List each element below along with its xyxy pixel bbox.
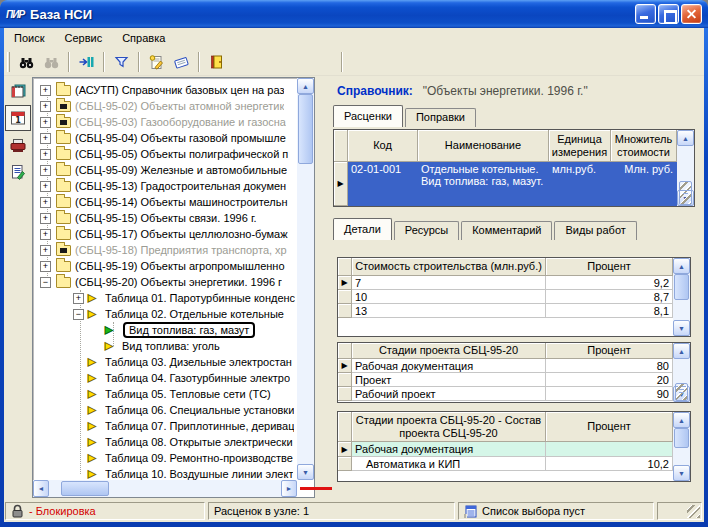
- scroll-down-icon[interactable]: ▼: [297, 464, 314, 480]
- menu-item-spravka[interactable]: Справка: [112, 29, 175, 47]
- tab-kommentariy[interactable]: Комментарий: [461, 221, 552, 240]
- column-header-unit[interactable]: Единица измерения: [549, 130, 611, 162]
- expand-plus-icon[interactable]: +: [40, 213, 51, 224]
- filter-funnel-icon[interactable]: [109, 50, 134, 74]
- title-bar[interactable]: ПИР База НСИ: [0, 0, 708, 28]
- column-header-name[interactable]: Наименование: [418, 130, 549, 162]
- scroll-thumb[interactable]: [674, 428, 689, 448]
- tree-item[interactable]: +(СБЦ-95-04) Объекты газовой промышле: [34, 130, 297, 146]
- toolbar-grip[interactable]: [7, 52, 10, 72]
- tab-popravki[interactable]: Поправки: [405, 108, 476, 127]
- edit-document-icon[interactable]: [5, 159, 31, 185]
- expand-plus-icon[interactable]: +: [40, 197, 51, 208]
- tree-item[interactable]: +(АСУТП) Справочник базовых цен на раз: [34, 82, 297, 98]
- tree-item[interactable]: +(СБЦ-95-09) Железные и автомобильные: [34, 162, 297, 178]
- expand-plus-icon[interactable]: +: [40, 149, 51, 160]
- expand-minus-icon[interactable]: −: [73, 309, 84, 320]
- tab-resursy[interactable]: Ресурсы: [394, 221, 459, 240]
- table-row[interactable]: 13 8,1: [338, 304, 673, 318]
- table-row[interactable]: 10 8,7: [338, 290, 673, 304]
- table-row[interactable]: Рабочий проект 90: [338, 387, 673, 401]
- cell-name[interactable]: Отдельные котельные.Вид топлива: газ, ма…: [418, 162, 549, 206]
- splitter-indicator[interactable]: [300, 487, 332, 490]
- expand-plus-icon[interactable]: +: [40, 133, 51, 144]
- cost-table-scrollbar[interactable]: ▲ ▼: [673, 258, 690, 336]
- cell-unit[interactable]: млн.руб.: [549, 162, 611, 206]
- expand-plus-icon[interactable]: +: [73, 293, 84, 304]
- expand-plus-icon[interactable]: +: [40, 117, 51, 128]
- cell-code[interactable]: 02-01-001: [348, 162, 418, 206]
- tree-item[interactable]: +(СБЦ-95-19) Объекты агропромышленно: [34, 258, 297, 274]
- tree-item[interactable]: −(СБЦ-95-20) Объекты энергетики. 1996 г: [34, 274, 297, 290]
- notebook-icon[interactable]: [5, 78, 31, 104]
- tree-item[interactable]: +(СБЦ-95-14) Объекты машиностроительн: [34, 194, 297, 210]
- tree-item[interactable]: +▶Таблица 01. Паротурбинные конденс: [34, 290, 297, 306]
- table-row[interactable]: Автоматика и КИП 10,2: [338, 457, 673, 471]
- scroll-up-icon[interactable]: ▲: [673, 412, 690, 428]
- tree-item[interactable]: +(СБЦ-95-05) Объекты полиграфической п: [34, 146, 297, 162]
- expand-plus-icon[interactable]: +: [40, 181, 51, 192]
- scroll-up-icon[interactable]: ▲: [673, 258, 690, 274]
- find-binoculars-icon[interactable]: [14, 50, 39, 74]
- tree-item[interactable]: +(СБЦ-95-18) Предприятия транспорта, хр: [34, 242, 297, 258]
- edit-notepad-icon[interactable]: [144, 50, 169, 74]
- book-icon[interactable]: [169, 50, 194, 74]
- exit-door-icon[interactable]: [204, 50, 229, 74]
- stage-table-scrollbar[interactable]: ▲ ▼: [673, 343, 690, 402]
- tree-item[interactable]: +(СБЦ-95-15) Объекты связи. 1996 г.: [34, 210, 297, 226]
- stage-col2-header[interactable]: Процент: [546, 343, 673, 359]
- scroll-thumb[interactable]: [675, 383, 688, 401]
- table-row[interactable]: Проект 20: [338, 373, 673, 387]
- tab-vidy-rabot[interactable]: Виды работ: [554, 221, 636, 240]
- composition-table-scrollbar[interactable]: ▲ ▼: [673, 412, 690, 481]
- tree-item[interactable]: −▶Таблица 02. Отдельные котельные: [34, 306, 297, 322]
- scroll-up-icon[interactable]: ▲: [673, 343, 690, 359]
- menu-item-servis[interactable]: Сервис: [54, 29, 112, 47]
- table-row[interactable]: ▶ Рабочая документация 80: [338, 359, 673, 373]
- scroll-up-icon[interactable]: ▲: [297, 78, 314, 94]
- expand-plus-icon[interactable]: +: [40, 165, 51, 176]
- scroll-thumb[interactable]: [674, 274, 689, 300]
- tree-item[interactable]: +(СБЦ-95-02) Объекты атомной энергетик: [34, 98, 297, 114]
- tree-item[interactable]: ▶Таблица 06. Специальные установки: [34, 402, 297, 418]
- find-next-binoculars-icon[interactable]: [39, 50, 64, 74]
- tree-item[interactable]: ▶Таблица 07. Приплотинные, деривац: [34, 418, 297, 434]
- tree-item[interactable]: ▶Таблица 03. Дизельные электростан: [34, 354, 297, 370]
- stage-col1-header[interactable]: Стадии проекта СБЦ-95-20: [352, 343, 546, 359]
- expand-plus-icon[interactable]: +: [40, 85, 51, 96]
- tree-item[interactable]: +(СБЦ-95-03) Газооборудование и газосна: [34, 114, 297, 130]
- tree-item[interactable]: ▶Таблица 04. Газотурбинные электро: [34, 370, 297, 386]
- expand-plus-icon[interactable]: +: [40, 229, 51, 240]
- expand-plus-icon[interactable]: +: [40, 261, 51, 272]
- calendar-icon[interactable]: 1: [5, 105, 31, 131]
- cell-multiplier[interactable]: Млн. руб.: [611, 162, 677, 206]
- scroll-down-icon[interactable]: ▼: [673, 320, 690, 336]
- tab-detali[interactable]: Детали: [333, 218, 392, 240]
- tree-vertical-scrollbar[interactable]: ▲ ▼: [297, 78, 314, 480]
- tree-item-selected[interactable]: ▶Вид топлива: газ, мазут: [34, 322, 297, 338]
- scroll-right-icon[interactable]: ►: [281, 480, 297, 497]
- scroll-down-icon[interactable]: ▼: [673, 465, 690, 481]
- scroll-thumb[interactable]: [679, 181, 692, 205]
- column-header-code[interactable]: Код: [348, 130, 418, 162]
- composition-col2-header[interactable]: Процент: [546, 412, 673, 442]
- cost-col1-header[interactable]: Стоимость строительства (млн.руб.): [352, 258, 546, 276]
- tree-item[interactable]: ▶Таблица 08. Открытые электрически: [34, 434, 297, 450]
- menu-item-poisk[interactable]: Поиск: [4, 29, 54, 47]
- cost-col2-header[interactable]: Процент: [546, 258, 673, 276]
- tree-item[interactable]: ▶Таблица 05. Тепловые сети (ТС): [34, 386, 297, 402]
- tab-rastsenki[interactable]: Расценки: [333, 105, 403, 127]
- scroll-up-icon[interactable]: ▲: [677, 130, 694, 146]
- scroll-left-icon[interactable]: ◄: [33, 480, 49, 497]
- tree-horizontal-scrollbar[interactable]: ◄ ►: [33, 480, 297, 497]
- tree-item[interactable]: +(СБЦ-95-13) Градостроительная докумен: [34, 178, 297, 194]
- goto-node-icon[interactable]: [74, 50, 99, 74]
- expand-plus-icon[interactable]: +: [40, 101, 51, 112]
- expand-minus-icon[interactable]: −: [40, 277, 51, 288]
- tree-item[interactable]: ▶Таблица 09. Ремонтно-производстве: [34, 450, 297, 466]
- print-icon[interactable]: [5, 132, 31, 158]
- resize-grip[interactable]: [687, 505, 700, 518]
- rates-row[interactable]: ▶ 02-01-001 Отдельные котельные.Вид топл…: [334, 162, 677, 206]
- rates-grid-scrollbar[interactable]: ▲ ▼: [677, 130, 694, 206]
- minimize-button[interactable]: [635, 4, 656, 24]
